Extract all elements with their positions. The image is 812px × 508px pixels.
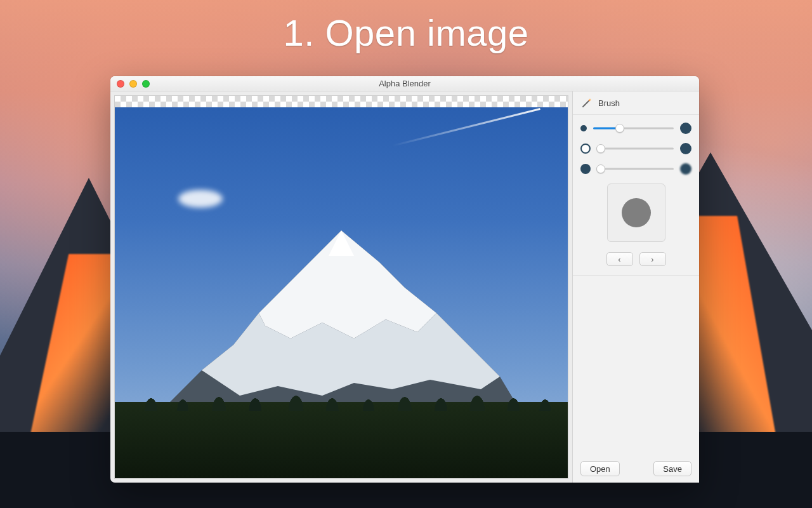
softness-max-icon [680, 163, 691, 175]
loaded-image [115, 107, 568, 478]
size-min-icon [580, 125, 587, 131]
redo-button[interactable]: › [639, 252, 666, 266]
sidebar: Brush [572, 91, 699, 483]
undo-button[interactable]: ‹ [606, 252, 633, 266]
window-titlebar[interactable]: Alpha Blender [110, 76, 699, 91]
open-button[interactable]: Open [580, 461, 620, 476]
brush-size-slider-row [580, 123, 691, 134]
tutorial-step-headline: 1. Open image [0, 11, 812, 54]
brush-icon [582, 98, 592, 108]
brush-preview-swatch [622, 198, 651, 227]
softness-min-icon [580, 164, 591, 174]
app-window: Alpha Blender [110, 76, 699, 483]
brush-opacity-slider-row [580, 143, 691, 154]
brush-softness-slider[interactable] [597, 164, 674, 174]
opacity-max-icon [680, 143, 691, 154]
save-button[interactable]: Save [653, 461, 691, 476]
brush-opacity-slider[interactable] [597, 144, 674, 154]
brush-section-label: Brush [598, 98, 620, 108]
svg-line-4 [583, 101, 589, 107]
transparency-checker [115, 96, 568, 107]
opacity-min-icon [580, 144, 591, 154]
size-max-icon [680, 123, 691, 134]
window-title: Alpha Blender [110, 79, 699, 88]
image-canvas[interactable] [114, 95, 568, 479]
brush-softness-slider-row [580, 163, 691, 175]
brush-size-slider[interactable] [593, 123, 674, 133]
brush-preview [607, 184, 665, 242]
